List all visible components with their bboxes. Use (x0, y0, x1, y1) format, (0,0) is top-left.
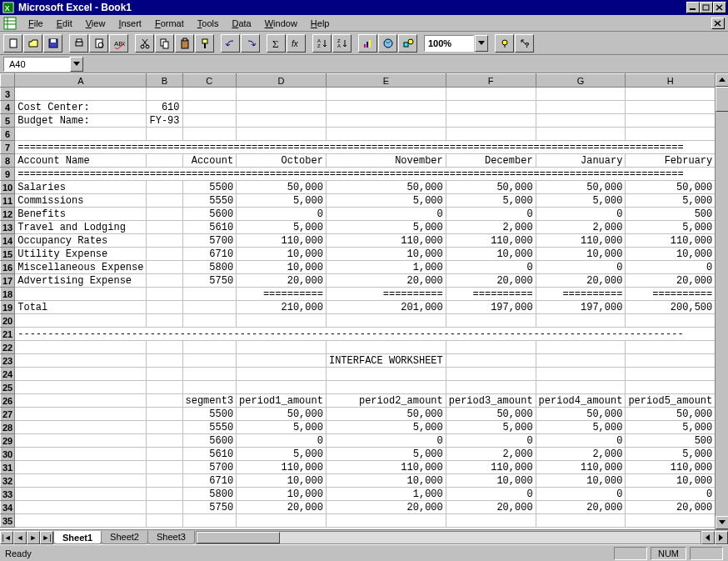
cell[interactable] (237, 101, 327, 114)
cell[interactable] (326, 101, 446, 114)
row-header-23[interactable]: 23 (1, 354, 15, 368)
cell[interactable] (446, 514, 536, 528)
cell[interactable] (147, 394, 182, 408)
copy-button[interactable] (155, 34, 174, 53)
cell[interactable]: 5550 (182, 421, 237, 434)
paste-button[interactable] (175, 34, 194, 53)
cell[interactable]: 110,000 (237, 461, 327, 474)
scroll-up-button[interactable] (716, 73, 728, 87)
cell[interactable] (626, 128, 715, 141)
row-header-25[interactable]: 25 (1, 381, 15, 394)
cell[interactable]: 0 (446, 261, 536, 274)
row-header-3[interactable]: 3 (1, 88, 15, 101)
menu-insert[interactable]: Insert (112, 17, 148, 30)
cell[interactable] (15, 514, 147, 528)
cell[interactable] (147, 448, 182, 461)
cell[interactable] (147, 474, 182, 488)
cell[interactable]: 5,000 (626, 421, 715, 434)
cell[interactable] (182, 114, 237, 128)
cell[interactable]: 110,000 (446, 234, 536, 248)
cell[interactable]: 20,000 (536, 274, 626, 288)
autosum-button[interactable]: Σ (267, 34, 286, 53)
cell[interactable] (326, 114, 446, 128)
cell[interactable]: 0 (326, 208, 446, 221)
cell[interactable]: ========================================… (15, 141, 715, 154)
row-header-20[interactable]: 20 (1, 314, 15, 328)
cell[interactable]: 10,000 (536, 474, 626, 488)
row-header-33[interactable]: 33 (1, 488, 15, 501)
cell[interactable] (15, 88, 147, 101)
row-header-18[interactable]: 18 (1, 288, 15, 301)
cell[interactable]: ========== (237, 288, 327, 301)
cell[interactable] (626, 368, 715, 381)
cell[interactable]: 50,000 (326, 181, 446, 194)
cell[interactable] (147, 354, 182, 368)
cell[interactable] (182, 314, 237, 328)
cell[interactable] (237, 128, 327, 141)
cell[interactable]: 1,000 (326, 261, 446, 274)
cell[interactable] (446, 368, 536, 381)
row-header-32[interactable]: 32 (1, 474, 15, 488)
menu-view[interactable]: View (79, 17, 112, 30)
menu-help[interactable]: Help (304, 17, 337, 30)
cell[interactable] (626, 341, 715, 354)
row-header-10[interactable]: 10 (1, 181, 15, 194)
spelling-button[interactable]: ABC (109, 34, 128, 53)
row-header-24[interactable]: 24 (1, 368, 15, 381)
cell[interactable]: 5,000 (626, 448, 715, 461)
help-button[interactable]: ? (515, 34, 534, 53)
zoom-dropdown[interactable] (475, 35, 488, 52)
cell[interactable]: 0 (626, 261, 715, 274)
cell[interactable]: ----------------------------------------… (15, 328, 715, 341)
cell[interactable] (182, 301, 237, 314)
cell[interactable]: 5,000 (237, 221, 327, 234)
cell[interactable]: 20,000 (536, 501, 626, 514)
cell[interactable] (15, 434, 147, 448)
cell[interactable]: INTERFACE WORKSHEET (326, 354, 446, 368)
undo-button[interactable] (221, 34, 240, 53)
cell[interactable]: 0 (536, 488, 626, 501)
cell[interactable] (626, 514, 715, 528)
row-header-16[interactable]: 16 (1, 261, 15, 274)
cell[interactable]: 0 (446, 434, 536, 448)
cell[interactable]: October (237, 154, 327, 168)
cell[interactable] (147, 181, 182, 194)
cell[interactable]: 20,000 (626, 274, 715, 288)
column-header-E[interactable]: E (326, 74, 446, 88)
cell[interactable] (15, 474, 147, 488)
column-header-A[interactable]: A (15, 74, 147, 88)
cell[interactable] (237, 88, 327, 101)
cell[interactable]: 10,000 (237, 261, 327, 274)
row-header-35[interactable]: 35 (1, 514, 15, 528)
cell[interactable] (15, 341, 147, 354)
cell[interactable]: ========================================… (15, 168, 715, 181)
sheet-tab-sheet3[interactable]: Sheet3 (147, 531, 195, 544)
minimize-button[interactable] (686, 2, 700, 13)
cell[interactable] (147, 221, 182, 234)
chart-wizard-button[interactable] (358, 34, 377, 53)
cell[interactable] (626, 354, 715, 368)
row-header-21[interactable]: 21 (1, 328, 15, 341)
column-header-B[interactable]: B (147, 74, 182, 88)
print-preview-button[interactable] (89, 34, 108, 53)
cell[interactable]: 5,000 (536, 194, 626, 208)
zoom-input[interactable]: 100% (424, 35, 474, 52)
menu-edit[interactable]: Edit (50, 17, 79, 30)
cell[interactable]: 5600 (182, 434, 237, 448)
cell[interactable] (147, 368, 182, 381)
column-header-F[interactable]: F (446, 74, 536, 88)
new-button[interactable] (3, 34, 22, 53)
cell[interactable] (237, 381, 327, 394)
tab-prev-button[interactable]: ◄ (13, 531, 27, 544)
cell[interactable] (182, 88, 237, 101)
tab-first-button[interactable]: |◄ (0, 531, 13, 544)
cell[interactable]: 610 (147, 101, 182, 114)
cell[interactable] (536, 381, 626, 394)
cell[interactable] (182, 368, 237, 381)
row-header-28[interactable]: 28 (1, 421, 15, 434)
format-painter-button[interactable] (195, 34, 214, 53)
cell[interactable] (182, 101, 237, 114)
cell[interactable]: 0 (326, 434, 446, 448)
cell[interactable]: 5,000 (237, 421, 327, 434)
row-header-27[interactable]: 27 (1, 408, 15, 421)
